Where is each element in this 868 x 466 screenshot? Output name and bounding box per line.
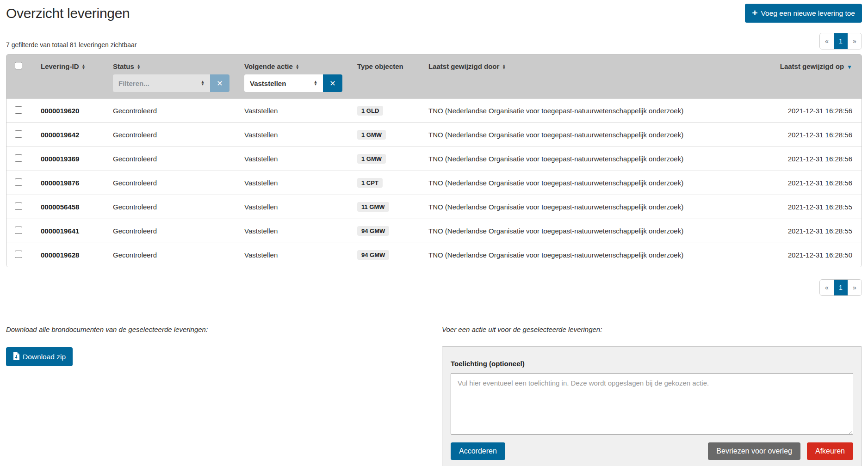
pagination-next-button[interactable]: » — [848, 33, 862, 49]
leveringen-table: Levering-ID▲▼ Status▲▼ Volgende actie▲▼ … — [6, 54, 862, 267]
select-all-checkbox[interactable] — [15, 62, 22, 69]
column-header-status[interactable]: Status▲▼ — [105, 55, 237, 74]
filter-summary: 7 gefilterde van totaal 81 leveringen zi… — [6, 41, 137, 49]
sort-icon: ▲▼ — [296, 64, 299, 70]
add-levering-button[interactable]: + Voeg een nieuwe levering toe — [745, 4, 862, 23]
status-filter-placeholder: Filteren... — [118, 80, 149, 87]
column-header-volgende-actie[interactable]: Volgende actie▲▼ — [237, 55, 350, 74]
bevriezen-button[interactable]: Bevriezen voor overleg — [708, 442, 800, 460]
status-cell: Gecontroleerd — [105, 243, 237, 267]
pagination-prev-button[interactable]: « — [820, 280, 834, 295]
column-header-gewijzigd-op[interactable]: Laatst gewijzigd op▼ — [756, 55, 862, 74]
spacer — [512, 442, 701, 460]
volgende-actie-filter-cell: Vaststellen ▲▼ ✕ — [237, 74, 350, 98]
row-checkbox[interactable] — [15, 227, 22, 234]
download-file-icon — [13, 352, 19, 362]
levering-id-cell: 0000019620 — [33, 98, 105, 123]
pagination-top: « 1 » — [819, 33, 862, 49]
column-header-levering-id[interactable]: Levering-ID▲▼ — [33, 55, 105, 74]
afkeuren-button[interactable]: Afkeuren — [807, 442, 853, 460]
filter-cell-empty — [421, 74, 756, 98]
levering-id-cell: 0000019876 — [33, 171, 105, 195]
levering-id-cell: 0000019369 — [33, 147, 105, 171]
volgende-actie-cell: Vaststellen — [237, 147, 350, 171]
select-all-header — [6, 55, 33, 74]
sort-desc-icon: ▼ — [847, 64, 852, 70]
levering-id-value: 0000019642 — [41, 131, 79, 139]
status-cell: Gecontroleerd — [105, 123, 237, 147]
volgende-actie-cell: Vaststellen — [237, 219, 350, 243]
column-label: Laatst gewijzigd op — [780, 62, 844, 70]
type-objecten-cell: 1 GMW — [350, 147, 421, 171]
type-objecten-cell: 94 GMW — [350, 243, 421, 267]
volgende-actie-cell: Vaststellen — [237, 195, 350, 219]
column-header-gewijzigd-door[interactable]: Laatst gewijzigd door▲▼ — [421, 55, 756, 74]
status-cell: Gecontroleerd — [105, 195, 237, 219]
gewijzigd-door-cell: TNO (Nederlandse Organisatie voor toegep… — [421, 98, 756, 123]
levering-id-value: 0000019628 — [41, 251, 79, 259]
pagination-prev-button[interactable]: « — [820, 33, 834, 49]
row-select-cell — [6, 171, 33, 195]
status-cell: Gecontroleerd — [105, 147, 237, 171]
plus-icon: + — [752, 8, 757, 18]
levering-id-value: 0000019369 — [41, 155, 79, 163]
volgende-actie-cell: Vaststellen — [237, 243, 350, 267]
column-label: Levering-ID — [41, 62, 79, 70]
action-buttons-row: Accorderen Bevriezen voor overleg Afkeur… — [451, 442, 853, 460]
levering-id-cell: 0000019642 — [33, 123, 105, 147]
row-checkbox[interactable] — [15, 202, 22, 210]
table-row: 0000019628 Gecontroleerd Vaststellen 94 … — [6, 243, 862, 267]
status-filter-clear-button[interactable]: ✕ — [210, 74, 229, 92]
table-row: 0000019620 Gecontroleerd Vaststellen 1 G… — [6, 98, 862, 123]
levering-id-value: 0000019641 — [41, 227, 79, 235]
download-zip-label: Download zip — [23, 353, 66, 361]
column-label: Volgende actie — [244, 62, 293, 70]
levering-id-value: 0000019620 — [41, 107, 79, 115]
status-filter-select[interactable]: Filteren... ▲▼ — [113, 74, 210, 92]
gewijzigd-door-cell: TNO (Nederlandse Organisatie voor toegep… — [421, 219, 756, 243]
filter-cell-empty — [756, 74, 862, 98]
filter-cell-empty — [33, 74, 105, 98]
type-objecten-badge: 1 GMW — [357, 130, 386, 140]
pagination-page-1[interactable]: 1 — [834, 280, 848, 295]
filter-cell-empty — [6, 74, 33, 98]
volgende-actie-filter-clear-button[interactable]: ✕ — [323, 74, 342, 92]
gewijzigd-op-cell: 2021-12-31 16:28:55 — [756, 219, 862, 243]
table-row: 0000019876 Gecontroleerd Vaststellen 1 C… — [6, 171, 862, 195]
bottom-section: Download alle brondocumenten van de gese… — [6, 325, 862, 466]
row-select-cell — [6, 219, 33, 243]
status-cell: Gecontroleerd — [105, 171, 237, 195]
topbar: Overzicht leveringen + Voeg een nieuwe l… — [6, 4, 862, 23]
action-panel: Toelichting (optioneel) Accorderen Bevri… — [442, 346, 862, 466]
levering-id-cell: 0000056458 — [33, 195, 105, 219]
row-checkbox[interactable] — [15, 106, 22, 114]
row-checkbox[interactable] — [15, 251, 22, 258]
gewijzigd-op-cell: 2021-12-31 16:28:55 — [756, 195, 862, 219]
pagination-page-1[interactable]: 1 — [834, 33, 848, 49]
row-select-cell — [6, 195, 33, 219]
table-row: 0000019642 Gecontroleerd Vaststellen 1 G… — [6, 123, 862, 147]
download-section-label: Download alle brondocumenten van de gese… — [6, 325, 442, 333]
sort-icon: ▲▼ — [82, 64, 86, 70]
volgende-actie-filter-select[interactable]: Vaststellen ▲▼ — [244, 74, 323, 92]
gewijzigd-op-cell: 2021-12-31 16:28:56 — [756, 147, 862, 171]
row-checkbox[interactable] — [15, 178, 22, 186]
meta-row: 7 gefilterde van totaal 81 leveringen zi… — [6, 33, 862, 49]
download-zip-button[interactable]: Download zip — [6, 347, 73, 366]
table-row: 0000019369 Gecontroleerd Vaststellen 1 G… — [6, 147, 862, 171]
status-filter-cell: Filteren... ▲▼ ✕ — [105, 74, 237, 98]
column-header-type-objecten: Type objecten — [350, 55, 421, 74]
table-row: 0000019641 Gecontroleerd Vaststellen 94 … — [6, 219, 862, 243]
gewijzigd-door-cell: TNO (Nederlandse Organisatie voor toegep… — [421, 243, 756, 267]
row-checkbox[interactable] — [15, 154, 22, 162]
gewijzigd-op-cell: 2021-12-31 16:28:56 — [756, 171, 862, 195]
type-objecten-cell: 1 GMW — [350, 123, 421, 147]
row-checkbox[interactable] — [15, 130, 22, 138]
volgende-actie-cell: Vaststellen — [237, 98, 350, 123]
pagination-next-button[interactable]: » — [848, 280, 862, 295]
type-objecten-cell: 94 GMW — [350, 219, 421, 243]
sort-icon: ▲▼ — [502, 64, 506, 70]
toelichting-textarea[interactable] — [451, 373, 853, 435]
select-chevrons-icon: ▲▼ — [201, 80, 205, 86]
accorderen-button[interactable]: Accorderen — [451, 442, 505, 460]
